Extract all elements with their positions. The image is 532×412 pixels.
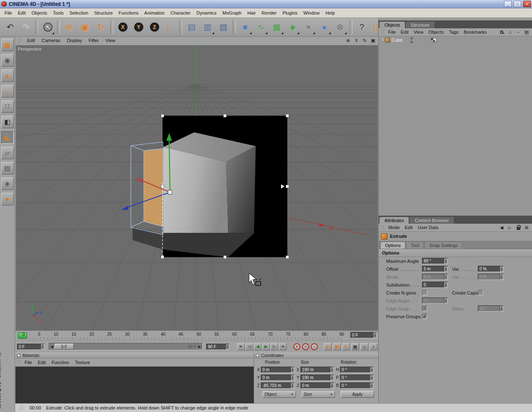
rotation-p-field[interactable]: 0 °▲▼ (340, 375, 374, 381)
slider-handle[interactable]: 0 F (55, 344, 74, 350)
next-frame-icon[interactable]: ▷ (270, 343, 278, 350)
render-view-icon[interactable]: ▤ (184, 19, 200, 35)
size-y-field[interactable]: 190 m▲▼ (300, 375, 334, 381)
slider-left-arrow-icon[interactable]: ◀ (49, 345, 55, 349)
menu-item[interactable]: Animation (141, 9, 167, 17)
uv-mode-icon[interactable]: ▱ (1, 147, 14, 159)
texture-axis-mode-icon[interactable]: ▨ (1, 162, 14, 175)
viewport-menu-item[interactable]: Edit (24, 37, 38, 44)
menu-item[interactable]: Render (259, 9, 280, 17)
add-deformer-icon[interactable]: ⊛ (332, 19, 348, 35)
panel-grip-icon[interactable] (18, 38, 22, 43)
camera-pan-icon[interactable]: ⊕ (345, 37, 352, 44)
play-backward-icon[interactable]: ◀ (254, 343, 262, 350)
end-frame-field[interactable]: 90 F ▲▼ (206, 344, 230, 350)
materials-menu-item[interactable]: Edit (35, 359, 49, 366)
create-ngons-checkbox[interactable] (422, 290, 427, 295)
viewport-menu-item[interactable]: Cameras (38, 37, 64, 44)
viewport-view-label[interactable]: Perspective (18, 47, 42, 52)
render-visibility-dot[interactable] (410, 41, 413, 43)
record-scale-icon[interactable]: ▣ (333, 343, 341, 350)
keyframe-selection-icon[interactable]: ○ (311, 343, 318, 350)
add-metaball-icon[interactable]: ● (317, 19, 332, 35)
lock-z-icon[interactable]: Z (147, 19, 162, 35)
home-icon[interactable]: ⌂ (507, 29, 513, 35)
move-icon[interactable]: ⊕ (62, 19, 77, 35)
timeline-power-slider[interactable]: ◀ 0 F 90 F ▶ (49, 343, 203, 350)
spinner[interactable]: ▲▼ (225, 344, 229, 350)
layout-icon[interactable]: ▤ (524, 29, 530, 35)
menu-item[interactable]: Window (300, 9, 322, 17)
view-toggle-icon[interactable]: ▣ (370, 37, 377, 44)
menu-item[interactable]: Tools (50, 9, 67, 17)
menu-item[interactable]: Character (167, 9, 193, 17)
rotation-b-field[interactable]: 0 °▲▼ (340, 382, 374, 389)
create-caps-checkbox[interactable] (478, 290, 483, 295)
spinner[interactable]: ▲▼ (373, 332, 377, 338)
object-tree[interactable]: └ Cube ∴ (379, 36, 532, 216)
tool-tab[interactable]: Snap Settings (425, 242, 462, 249)
timeline-ruler[interactable]: 051015202530354045505560657075808590 0 F… (15, 330, 378, 341)
menu-item[interactable]: MoGraph (220, 9, 245, 17)
offset-field[interactable]: 5 m▲▼ (422, 266, 448, 272)
lock-y-icon[interactable]: Y (131, 19, 146, 35)
rotation-h-field[interactable]: 0 °▲▼ (340, 367, 374, 373)
make-editable-icon[interactable]: ▩ (1, 39, 14, 51)
help-icon[interactable]: ? (354, 19, 370, 35)
add-primitive-icon[interactable]: ■ (237, 19, 253, 35)
history-back-icon[interactable]: ◀ (499, 225, 505, 230)
attribute-manager-tab[interactable]: Attributes (380, 217, 409, 224)
materials-menu-item[interactable]: Function (49, 359, 72, 366)
texture-tag-icon[interactable] (431, 38, 437, 42)
sound-record-icon[interactable]: ♪ (370, 343, 377, 350)
tool-tab[interactable]: Options (380, 242, 405, 249)
panel-grip-icon[interactable] (381, 225, 385, 230)
position-z-field[interactable]: -85.703 m▲▼ (261, 382, 295, 389)
redo-icon[interactable]: ↷ (18, 19, 34, 35)
menu-item[interactable]: Dynamics (194, 9, 220, 17)
object-manager-tab[interactable]: Structure (406, 22, 435, 28)
menu-item[interactable]: Help (322, 9, 338, 17)
subdivision-field[interactable]: 0▲▼ (422, 282, 448, 288)
object-manager-menu-item[interactable]: Tags (447, 29, 461, 35)
render-settings-icon[interactable]: ▥ (200, 19, 215, 35)
add-spline-icon[interactable]: ∿ (253, 19, 269, 35)
rotate-icon[interactable]: ↻ (93, 19, 109, 35)
goto-end-icon[interactable]: ↠ (279, 343, 287, 350)
menu-item[interactable]: Structure (91, 9, 116, 17)
menu-item[interactable]: Objects (29, 9, 50, 17)
scale-icon[interactable]: ▣ (77, 19, 93, 35)
preserve-groups-checkbox[interactable]: ✓ (422, 314, 427, 319)
object-manager-tab[interactable]: Objects (380, 22, 405, 28)
minimize-button[interactable]: _ (504, 1, 512, 7)
camera-rotate-icon[interactable]: ↻ (361, 37, 368, 44)
add-array-icon[interactable]: × (301, 19, 316, 35)
object-manager-menu-item[interactable]: File (386, 29, 398, 35)
prev-frame-icon[interactable]: ◁ (245, 343, 253, 350)
render-queue-icon[interactable]: ▧ (216, 19, 231, 35)
record-parameter-icon[interactable]: ▦ (351, 343, 359, 350)
panel-grip-icon[interactable] (17, 360, 20, 365)
add-generator-icon[interactable]: ▦ (269, 19, 285, 35)
history-forward-icon[interactable]: ▶ (507, 225, 513, 230)
menu-item[interactable]: Edit (15, 9, 29, 17)
object-manager-menu-item[interactable]: View (411, 29, 426, 35)
coordinate-mode-select[interactable]: Object ▼ (262, 391, 296, 398)
live-selection-icon[interactable]: ↖ (40, 19, 55, 35)
search-icon[interactable] (499, 29, 505, 35)
play-forward-icon[interactable]: ▶ (262, 343, 270, 350)
spinner[interactable]: ▲▼ (40, 344, 44, 350)
maximize-button[interactable]: □ (514, 1, 521, 7)
menu-item[interactable]: Selection (67, 9, 91, 17)
coordinate-system-icon[interactable]: ∟ (162, 19, 178, 35)
panel-box-icon[interactable] (256, 354, 259, 357)
edge-snap-checkbox[interactable]: ✓ (422, 306, 427, 311)
lock-icon[interactable] (515, 225, 521, 230)
add-modeling-icon[interactable]: ◈ (285, 19, 300, 35)
position-x-field[interactable]: 0 m▲▼ (261, 367, 295, 373)
apply-button[interactable]: Apply (341, 391, 374, 398)
editor-visibility-dot[interactable] (410, 37, 413, 40)
attribute-manager-menu-item[interactable]: Edit (402, 224, 415, 231)
selection-tag-icon[interactable]: ∴ (425, 37, 428, 42)
offset-var-field[interactable]: 0 %▲▼ (478, 266, 504, 272)
